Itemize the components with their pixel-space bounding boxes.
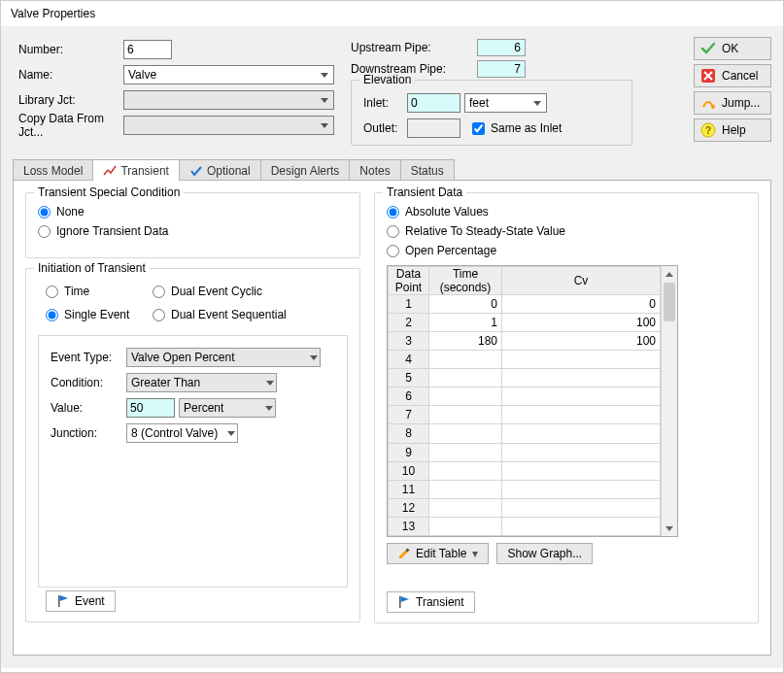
scroll-thumb[interactable] bbox=[664, 283, 675, 321]
cell-cv[interactable] bbox=[502, 406, 661, 424]
cell-time[interactable] bbox=[429, 387, 502, 406]
cell-cv[interactable] bbox=[502, 351, 661, 369]
init-time-radio[interactable] bbox=[46, 286, 58, 298]
same-as-inlet-label: Same as Inlet bbox=[491, 121, 562, 135]
cell-cv[interactable] bbox=[502, 498, 661, 517]
tsc-none-radio[interactable] bbox=[38, 206, 51, 219]
check-icon bbox=[189, 164, 203, 178]
cell-cv[interactable]: 0 bbox=[502, 295, 661, 314]
cell-cv[interactable] bbox=[502, 369, 661, 387]
grid-scrollbar[interactable] bbox=[661, 266, 677, 536]
number-input[interactable] bbox=[123, 40, 172, 59]
ok-label: OK bbox=[722, 42, 738, 55]
inlet-unit: feet bbox=[469, 96, 489, 110]
tdata-absolute-radio[interactable] bbox=[387, 206, 399, 219]
row-index: 4 bbox=[389, 351, 429, 369]
tdata-openpct-radio[interactable] bbox=[387, 245, 399, 257]
table-row[interactable]: 3180100 bbox=[389, 332, 661, 351]
bottom-tab-event[interactable]: Event bbox=[46, 590, 116, 612]
copy-combobox[interactable] bbox=[123, 116, 334, 135]
library-combobox[interactable] bbox=[123, 90, 334, 110]
tsc-ignore-radio[interactable] bbox=[38, 225, 51, 238]
cell-time[interactable] bbox=[429, 369, 502, 387]
row-index: 6 bbox=[389, 387, 429, 406]
chevron-down-icon bbox=[227, 431, 235, 436]
table-row[interactable]: 11 bbox=[389, 480, 661, 498]
tab-loss-model[interactable]: Loss Model bbox=[13, 159, 93, 181]
table-row[interactable]: 12 bbox=[389, 498, 661, 517]
tab-design-alerts[interactable]: Design Alerts bbox=[260, 159, 351, 181]
cell-cv[interactable] bbox=[502, 443, 661, 461]
value-unit-combobox[interactable]: Percent bbox=[179, 398, 276, 418]
cell-time[interactable] bbox=[429, 480, 502, 498]
bottom-tab-transient[interactable]: Transient bbox=[387, 591, 475, 613]
value-input[interactable] bbox=[126, 398, 175, 418]
value-label: Value: bbox=[51, 401, 126, 415]
edit-table-button[interactable]: Edit Table ▾ bbox=[387, 543, 489, 564]
chevron-down-icon bbox=[317, 67, 331, 83]
upstream-label: Upstream Pipe: bbox=[351, 41, 477, 54]
condition-combobox[interactable]: Greater Than bbox=[126, 373, 277, 392]
cell-cv[interactable]: 100 bbox=[502, 314, 661, 332]
row-index: 13 bbox=[389, 517, 429, 535]
tab-status[interactable]: Status bbox=[400, 159, 455, 181]
table-row[interactable]: 100 bbox=[389, 295, 661, 314]
inlet-input[interactable] bbox=[407, 93, 460, 113]
init-seq-radio[interactable] bbox=[153, 309, 165, 321]
table-row[interactable]: 5 bbox=[389, 369, 661, 387]
cancel-button[interactable]: Cancel bbox=[694, 64, 771, 87]
cell-time[interactable] bbox=[429, 517, 502, 535]
cell-time[interactable] bbox=[429, 461, 502, 480]
cell-time[interactable]: 1 bbox=[429, 314, 502, 332]
cell-cv[interactable] bbox=[502, 517, 661, 535]
junction-combobox[interactable]: 8 (Control Valve) bbox=[126, 423, 238, 443]
chevron-down-icon bbox=[310, 355, 318, 360]
scroll-down-icon[interactable] bbox=[662, 521, 677, 536]
tdata-relative-radio[interactable] bbox=[387, 225, 399, 238]
scroll-up-icon[interactable] bbox=[662, 266, 677, 282]
table-row[interactable]: 4 bbox=[389, 351, 661, 369]
jump-icon bbox=[700, 95, 716, 111]
transient-data-grid[interactable]: Data Point Time (seconds) Cv 10021100318… bbox=[387, 265, 678, 537]
same-as-inlet-checkbox[interactable] bbox=[472, 122, 485, 135]
cell-time[interactable] bbox=[429, 351, 502, 369]
outlet-input[interactable] bbox=[407, 118, 460, 138]
jump-button[interactable]: Jump... bbox=[694, 91, 771, 115]
cell-cv[interactable]: 100 bbox=[502, 332, 661, 351]
junction-label: Junction: bbox=[51, 426, 126, 440]
table-row[interactable]: 7 bbox=[389, 406, 661, 424]
show-graph-button[interactable]: Show Graph... bbox=[496, 543, 593, 564]
tab-notes[interactable]: Notes bbox=[349, 159, 400, 181]
init-cyclic-radio[interactable] bbox=[153, 286, 165, 298]
table-row[interactable]: 13 bbox=[389, 517, 661, 535]
ok-button[interactable]: OK bbox=[694, 37, 771, 60]
cell-time[interactable] bbox=[429, 498, 502, 517]
name-combobox[interactable]: Valve bbox=[123, 65, 334, 84]
table-row[interactable]: 9 bbox=[389, 443, 661, 461]
data-table[interactable]: Data Point Time (seconds) Cv 10021100318… bbox=[388, 266, 661, 536]
svg-text:?: ? bbox=[705, 125, 711, 136]
help-button[interactable]: ? Help bbox=[694, 118, 771, 142]
cell-cv[interactable] bbox=[502, 424, 661, 443]
cell-time[interactable]: 180 bbox=[429, 332, 502, 351]
chevron-down-icon bbox=[317, 92, 331, 108]
table-row[interactable]: 6 bbox=[389, 387, 661, 406]
table-row[interactable]: 10 bbox=[389, 461, 661, 480]
cell-cv[interactable] bbox=[502, 387, 661, 406]
event-type-combobox[interactable]: Valve Open Percent bbox=[126, 348, 321, 367]
cell-time[interactable]: 0 bbox=[429, 295, 502, 314]
table-row[interactable]: 21100 bbox=[389, 314, 661, 332]
inlet-unit-combobox[interactable]: feet bbox=[464, 93, 547, 113]
cell-cv[interactable] bbox=[502, 461, 661, 480]
chevron-down-icon bbox=[265, 406, 273, 411]
cell-time[interactable] bbox=[429, 424, 502, 443]
cell-cv[interactable] bbox=[502, 480, 661, 498]
table-row[interactable]: 8 bbox=[389, 424, 661, 443]
cell-time[interactable] bbox=[429, 406, 502, 424]
tab-optional[interactable]: Optional bbox=[179, 159, 261, 181]
init-single-radio[interactable] bbox=[46, 309, 58, 321]
tab-transient[interactable]: Transient bbox=[92, 159, 180, 181]
name-label: Name: bbox=[18, 68, 123, 82]
cell-time[interactable] bbox=[429, 443, 502, 461]
help-label: Help bbox=[722, 123, 746, 137]
